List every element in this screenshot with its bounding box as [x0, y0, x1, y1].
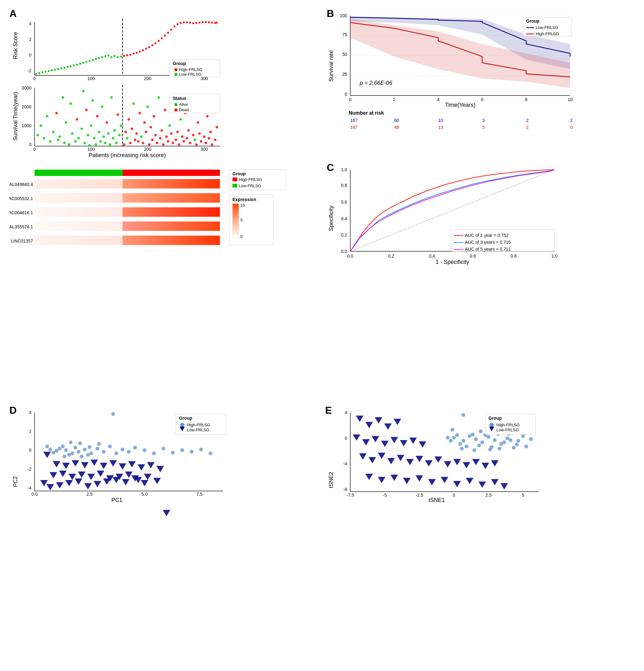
svg-point-114 [91, 99, 94, 102]
svg-text:AUC of 3 years = 0.716: AUC of 3 years = 0.716 [465, 240, 511, 245]
svg-point-56 [177, 23, 178, 25]
svg-point-61 [192, 22, 194, 24]
svg-text:p = 2.66E-06: p = 2.66E-06 [359, 80, 393, 86]
svg-point-148 [147, 105, 149, 108]
svg-point-335 [171, 451, 175, 455]
svg-marker-377 [128, 461, 136, 467]
svg-marker-450 [409, 438, 417, 444]
svg-text:4: 4 [29, 21, 31, 26]
svg-point-326 [121, 448, 124, 452]
svg-text:2.5: 2.5 [86, 492, 93, 497]
svg-point-90 [40, 124, 42, 127]
svg-marker-474 [453, 481, 461, 487]
svg-point-319 [55, 449, 59, 453]
svg-point-72 [174, 68, 177, 71]
svg-text:0: 0 [29, 142, 31, 147]
svg-point-65 [205, 21, 207, 23]
svg-point-143 [139, 112, 141, 114]
svg-text:PC2: PC2 [12, 476, 18, 487]
svg-marker-441 [375, 417, 382, 423]
svg-text:Survival Time(year): Survival Time(year) [12, 92, 18, 140]
svg-text:0.6: 0.6 [470, 254, 476, 258]
svg-text:100: 100 [340, 13, 348, 18]
svg-point-110 [85, 109, 88, 111]
svg-point-170 [181, 135, 184, 138]
svg-point-422 [521, 434, 525, 438]
svg-text:Alive: Alive [179, 102, 188, 107]
svg-marker-459 [425, 460, 432, 467]
svg-point-195 [174, 103, 177, 106]
svg-point-55 [173, 25, 175, 27]
svg-text:Patients (increasing risk scor: Patients (increasing risk score) [89, 152, 166, 158]
svg-rect-209 [123, 207, 220, 217]
panel-a: A Risk Score 4 2 0 -2 0 100 200 300 [6, 6, 320, 314]
svg-point-432 [462, 413, 465, 417]
svg-point-173 [186, 137, 188, 139]
svg-point-188 [209, 131, 212, 133]
svg-point-144 [140, 135, 143, 138]
svg-text:0: 0 [570, 125, 573, 130]
heatmap-row-4: AL355574.1 [10, 221, 220, 231]
svg-text:167: 167 [350, 118, 358, 123]
svg-rect-215 [123, 236, 220, 245]
svg-rect-205 [35, 193, 123, 203]
svg-rect-208 [35, 207, 123, 217]
svg-rect-211 [35, 221, 123, 231]
right-panels: B Survival rate 100 75 50 25 0 [324, 6, 638, 314]
svg-text:13: 13 [438, 125, 443, 130]
panel-e-label: E [325, 405, 332, 416]
svg-marker-458 [416, 456, 423, 462]
svg-text:-5: -5 [383, 493, 387, 497]
svg-point-62 [195, 22, 197, 24]
svg-point-410 [493, 438, 497, 442]
panel-c-label: C [327, 162, 334, 174]
svg-text:0.0: 0.0 [31, 492, 38, 497]
svg-marker-348 [75, 479, 82, 485]
svg-point-19 [60, 67, 62, 69]
svg-point-58 [183, 21, 185, 23]
svg-text:-2: -2 [28, 467, 32, 471]
svg-marker-463 [463, 462, 470, 468]
svg-point-105 [76, 118, 78, 121]
svg-point-415 [477, 444, 481, 447]
svg-point-126 [110, 96, 113, 99]
svg-text:AUC of 5 years = 0.711: AUC of 5 years = 0.711 [465, 246, 511, 252]
svg-point-98 [62, 96, 64, 99]
svg-point-436 [529, 437, 533, 441]
svg-text:3: 3 [482, 118, 485, 123]
svg-point-424 [455, 433, 459, 437]
svg-marker-439 [356, 416, 364, 422]
svg-point-54 [170, 29, 172, 30]
svg-rect-200 [123, 170, 220, 176]
svg-text:10: 10 [240, 203, 245, 208]
svg-marker-457 [406, 459, 414, 465]
svg-text:Low-FRLSG: Low-FRLSG [179, 72, 202, 77]
svg-point-137 [129, 142, 131, 144]
svg-text:2: 2 [29, 37, 31, 42]
svg-text:tSNE1: tSNE1 [429, 497, 445, 503]
svg-text:1.0: 1.0 [341, 167, 348, 172]
svg-point-342 [78, 441, 82, 445]
svg-point-64 [202, 21, 204, 23]
svg-point-22 [70, 65, 72, 67]
svg-text:High-FRLSG: High-FRLSG [187, 422, 210, 427]
svg-point-100 [65, 121, 67, 124]
svg-marker-464 [472, 459, 480, 465]
svg-point-60 [189, 22, 191, 24]
svg-point-101 [68, 143, 71, 146]
svg-text:AC004816.1: AC004816.1 [10, 210, 33, 215]
svg-point-111 [87, 134, 89, 136]
svg-text:-2.5: -2.5 [416, 493, 423, 497]
svg-point-150 [150, 126, 152, 128]
svg-point-151 [151, 139, 154, 141]
panel-c-svg: Specificity 1.0 0.8 0.6 0.4 0.2 0.0 0.0 … [327, 163, 628, 314]
svg-text:60: 60 [394, 118, 399, 123]
svg-marker-368 [153, 478, 161, 484]
panel-b-label: B [327, 8, 334, 20]
svg-text:0.4: 0.4 [429, 254, 435, 258]
svg-text:0: 0 [345, 436, 347, 441]
svg-point-434 [516, 439, 520, 443]
svg-text:0: 0 [33, 76, 36, 81]
svg-point-168 [178, 143, 180, 146]
svg-marker-478 [501, 483, 508, 490]
